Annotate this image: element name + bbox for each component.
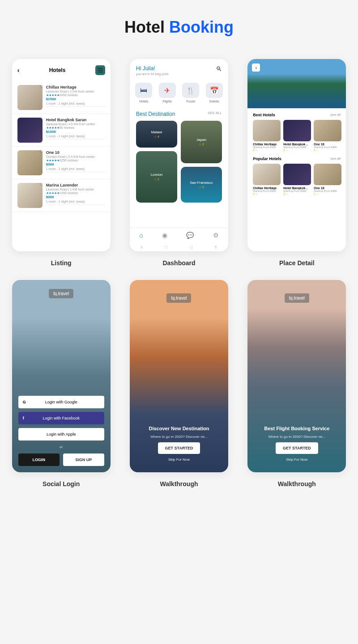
home-icon[interactable]: ⌂ xyxy=(139,232,143,239)
login-buttons: GLogin with Google fLogin with Facebook … xyxy=(12,390,111,472)
skip-link[interactable]: Skip For Now xyxy=(286,458,307,462)
facebook-login-button[interactable]: fLogin with Facebook xyxy=(18,412,104,424)
hotel-image: ♡ xyxy=(17,183,43,208)
back-button[interactable]: ‹ xyxy=(252,64,260,72)
walk1-wrap: lq.travel Discover New Destination Where… xyxy=(127,280,231,487)
android-menu-icon[interactable]: ≡ xyxy=(141,245,143,250)
skip-link[interactable]: Skip For Now xyxy=(168,458,190,462)
card-rating: 1 ☆ xyxy=(314,148,341,152)
plane-icon: ✈ xyxy=(159,83,176,98)
heart-icon[interactable]: ♡ xyxy=(39,117,43,122)
get-started-button[interactable]: GET STARTED xyxy=(158,442,200,454)
or-divider: or xyxy=(18,445,104,449)
hotel-stars: ★★★★★ xyxy=(46,191,60,195)
hotel-location: Orchard Road | 5.5 KM from center xyxy=(46,155,105,158)
apple-login-button[interactable]: Login with Apple xyxy=(18,428,104,441)
card-image xyxy=(314,164,341,185)
card-image xyxy=(283,164,311,185)
google-login-button[interactable]: GLogin with Google xyxy=(18,396,104,408)
see-all-link[interactable]: SEE ALL xyxy=(208,111,222,117)
card-name: Chillax Heritage xyxy=(253,143,281,146)
hotel-card[interactable]: One 10Starting From $3891 ☆ xyxy=(314,164,341,196)
destination-card[interactable]: San Fransisco☆ 5 xyxy=(181,167,222,203)
settings-icon[interactable]: ⚙ xyxy=(213,232,219,239)
card-name: Hotel Bangkok .. xyxy=(283,143,311,146)
section-title: Best Destination xyxy=(136,111,175,117)
destination-card[interactable]: Malawi☆ 4 xyxy=(136,121,177,148)
dashboard-phone: Hi Juila! you are in 54 king ports 🔍︎ 🛏H… xyxy=(130,59,228,251)
hotel-reviews: 3450 reviews xyxy=(60,93,78,97)
brand-badge: lq.travel xyxy=(166,293,191,303)
category-row: 🛏Hotels ✈Flights 🍴Foods 📅Events xyxy=(130,78,228,107)
cat-label: Foods xyxy=(187,100,195,103)
hotel-location: Lavender Road | 1 KM from center xyxy=(46,188,105,191)
menu-icon[interactable] xyxy=(95,65,105,75)
card-image xyxy=(253,120,281,141)
dest-rating: ☆ 5 xyxy=(199,186,204,189)
dest-rating: ☆ 4 xyxy=(154,135,159,139)
see-all-link[interactable]: see all xyxy=(330,157,341,161)
heart-icon[interactable]: ♡ xyxy=(39,84,43,89)
card-image xyxy=(253,164,281,185)
listing-phone: ‹ Hotels ♡ Chillax Heritage Lavender Roa… xyxy=(12,59,111,251)
card-name: Hotel Bangkok .. xyxy=(283,186,311,190)
category-foods[interactable]: 🍴Foods xyxy=(182,83,199,103)
social-wrap: lq.travel GLogin with Google fLogin with… xyxy=(9,280,113,487)
destination-card[interactable]: Japan☆ 2 xyxy=(181,121,222,163)
detail-wrap: ‹ Best Hotels see all Chillax HeritageSt… xyxy=(245,59,349,267)
category-events[interactable]: 📅Events xyxy=(206,83,223,103)
screen-label: Place Detail xyxy=(279,259,315,267)
android-accessibility-icon[interactable]: ✝ xyxy=(214,245,217,250)
hotel-card[interactable]: Hotel Bangkok ..Starting From $3992 ☆ xyxy=(283,164,311,196)
hotel-reviews: 3250 reviews xyxy=(60,159,78,162)
login-button[interactable]: LOGIN xyxy=(18,453,60,466)
explore-icon[interactable]: ◉ xyxy=(162,232,167,239)
android-home-icon[interactable]: □ xyxy=(165,245,167,250)
page-title: Hotel Booking xyxy=(9,18,349,37)
hotel-card[interactable]: Chillax HeritageStarting From $3994 ☆ xyxy=(253,120,281,152)
category-hotels[interactable]: 🛏Hotels xyxy=(135,83,152,103)
chat-icon[interactable]: 💬 xyxy=(186,232,194,239)
walk2-phone: lq.travel Best Flight Booking Service Wh… xyxy=(247,280,346,472)
hotel-item[interactable]: ♡ Marina Lavender Lavender Road | 1 KM f… xyxy=(12,179,111,212)
walk-title: Best Flight Booking Service xyxy=(264,426,329,431)
hotel-card[interactable]: Chillax HeritageStarting From $3994 ☆ xyxy=(253,164,281,196)
hotel-price: $300 xyxy=(46,162,105,166)
hotel-item[interactable]: ♡ Hotel Bangkok Saran Santosa Road | 4.5… xyxy=(12,114,111,147)
hotel-image: ♡ xyxy=(17,85,43,110)
bed-icon: 🛏 xyxy=(135,83,152,98)
get-started-button[interactable]: GET STARTED xyxy=(276,442,318,454)
card-name: One 10 xyxy=(314,186,341,190)
hotel-stars: ★★★★★ xyxy=(46,126,60,129)
hotel-name: Marina Lavender xyxy=(46,183,105,187)
card-rating: 4 ☆ xyxy=(253,192,281,196)
hotel-card[interactable]: One 10Starting From $3891 ☆ xyxy=(314,120,341,152)
destination-grid: Malawi☆ 4 London☆ 1 Japan☆ 2 San Fransis… xyxy=(130,121,228,203)
destination-card[interactable]: London☆ 1 xyxy=(136,151,177,203)
google-icon: G xyxy=(23,400,26,404)
card-row: Chillax HeritageStarting From $3994 ☆ Ho… xyxy=(247,164,346,196)
android-back-icon[interactable]: ◁ xyxy=(189,245,192,250)
walk-content: Discover New Destination Where to go in … xyxy=(149,426,209,472)
cat-label: Flights xyxy=(162,100,172,103)
hotel-info: Hotel Bangkok Saran Santosa Road | 4.5 K… xyxy=(46,118,105,143)
btn-label: Login with Apple xyxy=(22,432,100,436)
btn-label: Login with Facebook xyxy=(22,416,100,420)
hotel-item[interactable]: ♡ One 10 Orchard Road | 5.5 KM from cent… xyxy=(12,147,111,179)
see-all-link[interactable]: see all xyxy=(330,113,341,117)
signup-button[interactable]: SIGN UP xyxy=(63,453,104,466)
back-icon[interactable]: ‹ xyxy=(17,67,20,74)
hotel-item[interactable]: ♡ Chillax Heritage Lavender Road | 1 KM … xyxy=(12,81,111,114)
hotel-card[interactable]: Hotel Bangkok ..Starting From $3992 ☆ xyxy=(283,120,311,152)
hotel-reviews: 1450 reviews xyxy=(60,191,78,195)
hotel-room-info: 1 room - 1 night (incl. taxes) xyxy=(46,167,105,172)
card-row: Chillax HeritageStarting From $3994 ☆ Ho… xyxy=(247,120,346,152)
category-flights[interactable]: ✈Flights xyxy=(159,83,176,103)
title-part1: Hotel xyxy=(124,18,169,36)
heart-icon[interactable]: ♡ xyxy=(39,149,43,154)
heart-icon[interactable]: ♡ xyxy=(39,182,43,187)
android-nav: ≡ □ ◁ ✝ xyxy=(130,243,228,251)
search-icon[interactable]: 🔍︎ xyxy=(216,65,222,72)
card-image xyxy=(314,120,341,141)
btn-label: Login with Google xyxy=(22,400,100,404)
